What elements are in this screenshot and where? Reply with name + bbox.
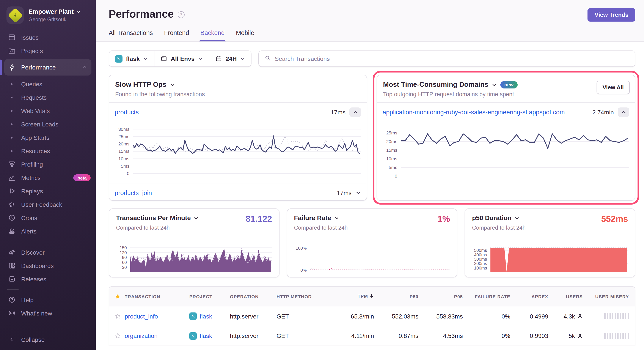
sidebar-item-queries[interactable]: Queries (0, 77, 96, 91)
svg-text:150: 150 (120, 245, 127, 250)
table-header-row: TRANSACTION PROJECT OPERATION HTTP METHO… (109, 286, 635, 306)
tab-frontend[interactable]: Frontend (164, 29, 189, 42)
project-link[interactable]: flask (200, 313, 212, 319)
chevron-up-icon[interactable] (82, 64, 87, 71)
tpm-cell: 65.3/min (328, 313, 376, 319)
column-header-failure-rate[interactable]: FAILURE RATE (464, 294, 512, 299)
project-filter[interactable]: flask (109, 51, 154, 67)
domains-chart[interactable]: 25ms20ms15ms10ms5ms0 (380, 123, 630, 185)
tab-backend[interactable]: Backend (200, 29, 225, 42)
date-range-filter[interactable]: 24H (209, 51, 251, 67)
view-trends-button[interactable]: View Trends (588, 8, 635, 22)
sidebar-item-projects[interactable]: Projects (0, 44, 96, 57)
chevron-down-icon[interactable] (334, 216, 339, 220)
transaction-link[interactable]: products_join (115, 189, 152, 196)
sidebar-item-alerts[interactable]: Alerts (0, 224, 96, 238)
sidebar-item-web-vitals[interactable]: Web Vitals (0, 104, 96, 117)
transaction-row-products: products 17ms (109, 103, 367, 122)
p50-duration-value: 552ms (601, 214, 628, 224)
svg-text:5ms: 5ms (389, 165, 397, 170)
widget-subtitle: Found in the following transactions (115, 91, 360, 98)
svg-text:400ms: 400ms (474, 252, 487, 257)
star-toggle[interactable] (109, 313, 125, 319)
sidebar-item-dashboards[interactable]: Dashboards (0, 259, 96, 272)
transaction-link[interactable]: organization (125, 332, 158, 339)
p50-duration-chart[interactable]: 500ms400ms300ms200ms100ms (469, 245, 629, 274)
collapse-row-button[interactable] (350, 108, 361, 117)
collapse-row-button[interactable] (618, 108, 629, 117)
users-cell: 4.3k (550, 313, 584, 319)
sidebar-item-screen-loads[interactable]: Screen Loads (0, 117, 96, 131)
sidebar-item-crons[interactable]: Crons (0, 211, 96, 224)
org-name: Empower Plant (28, 8, 81, 16)
domains-header: Most Time-Consuming Domains new Top outg… (377, 75, 635, 103)
sidebar-item-releases[interactable]: Releases (0, 272, 96, 286)
widget-title: p50 Duration (472, 214, 512, 221)
view-all-button[interactable]: View All (596, 81, 630, 94)
star-column-header[interactable] (109, 293, 125, 300)
column-header-apdex[interactable]: APDEX (512, 294, 550, 299)
svg-text:25ms: 25ms (118, 134, 130, 139)
column-header-user-misery[interactable]: USER MISERY (584, 294, 635, 299)
highlight-ring: Most Time-Consuming Domains new Top outg… (376, 75, 635, 201)
column-header-operation[interactable]: OPERATION (230, 294, 276, 299)
window-icon (160, 55, 167, 62)
chevron-down-icon[interactable] (170, 82, 175, 88)
help-question-icon[interactable]: ? (178, 11, 184, 18)
org-user: George Gritsouk (28, 16, 81, 22)
sidebar-item-requests[interactable]: Requests (0, 91, 96, 104)
sidebar-item-profiling[interactable]: Profiling (0, 158, 96, 171)
tab-all-transactions[interactable]: All Transactions (109, 29, 153, 42)
column-header-http-method[interactable]: HTTP METHOD (276, 294, 328, 299)
chevron-down-icon[interactable] (492, 82, 497, 88)
column-header-p50[interactable]: P50 (376, 294, 420, 299)
svg-text:100ms: 100ms (474, 266, 487, 270)
transaction-link[interactable]: product_info (125, 313, 158, 319)
replays-play-icon (7, 187, 16, 195)
sidebar-collapse-button[interactable]: Collapse (0, 333, 96, 346)
releases-box-icon (7, 275, 16, 283)
column-header-p95[interactable]: P95 (420, 294, 464, 299)
environment-filter[interactable]: All Envs (154, 51, 209, 67)
column-header-tpm[interactable]: TPM (328, 293, 376, 299)
tpm-cell: 4.11/min (328, 332, 376, 339)
sidebar-item-metrics[interactable]: Metrics beta (0, 171, 96, 184)
expand-row-chevron-icon[interactable] (356, 190, 361, 195)
user-icon (577, 313, 583, 319)
star-toggle[interactable] (109, 332, 125, 339)
page-filters: flask All Envs 24H (109, 51, 252, 67)
sidebar-item-performance[interactable]: Performance (4, 59, 92, 76)
slow-http-ops-chart[interactable]: 30ms25ms20ms15ms10ms5ms0 (112, 123, 362, 183)
sidebar-item-issues[interactable]: Issues (0, 31, 96, 44)
siren-icon (7, 227, 16, 235)
failure-rate-chart[interactable]: 100%0% (290, 245, 451, 274)
sidebar-item-replays[interactable]: Replays (0, 184, 96, 198)
sidebar-item-resources[interactable]: Resources (0, 144, 96, 158)
duration-value: 17ms (337, 189, 352, 196)
chevron-down-icon[interactable] (514, 216, 519, 220)
project-link[interactable]: flask (200, 332, 212, 339)
sidebar-item-whats-new[interactable]: What's new (0, 306, 96, 320)
sidebar-item-user-feedback[interactable]: User Feedback (0, 198, 96, 211)
sidebar-item-discover[interactable]: Discover (0, 246, 96, 259)
user-misery-score-bar (584, 313, 635, 319)
chevron-down-icon[interactable] (194, 216, 199, 220)
org-switcher[interactable]: Empower Plant George Gritsouk (0, 0, 96, 28)
sidebar-item-label: Alerts (21, 228, 37, 235)
widget-subtitle: Compared to last 24h (294, 224, 450, 231)
column-header-transaction[interactable]: TRANSACTION (125, 294, 189, 299)
tpm-chart[interactable]: 150120906030 (112, 245, 273, 274)
column-header-project[interactable]: PROJECT (189, 294, 230, 299)
table-row: organization flask http.server GET 4.11/… (109, 326, 635, 345)
beta-badge: beta (74, 174, 90, 181)
tab-mobile[interactable]: Mobile (236, 29, 254, 42)
bullet-icon (7, 106, 16, 115)
column-header-users[interactable]: USERS (550, 294, 584, 299)
chevron-down-icon (240, 56, 245, 61)
sidebar-item-app-starts[interactable]: App Starts (0, 131, 96, 144)
sidebar-item-help[interactable]: Help (0, 293, 96, 306)
domain-link[interactable]: application-monitoring-ruby-dot-sales-en… (382, 109, 565, 116)
svg-text:10ms: 10ms (386, 156, 397, 161)
search-input[interactable] (275, 55, 629, 62)
transaction-link[interactable]: products (115, 109, 139, 116)
